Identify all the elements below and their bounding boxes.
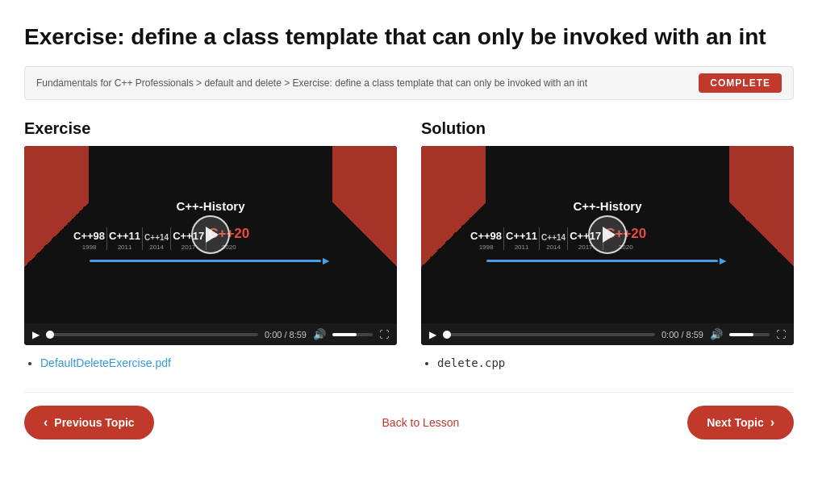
prev-label: Previous Topic: [54, 416, 134, 429]
solution-history-title: C++-History: [421, 199, 794, 213]
sep1: [106, 227, 107, 250]
complete-badge: COMPLETE: [699, 73, 782, 93]
sol-ver-cpp14: C++14: [541, 233, 566, 242]
exercise-section: Exercise C++-History C++98 1998: [24, 119, 397, 373]
breadcrumb: Fundamentals for C++ Professionals > def…: [36, 77, 587, 89]
exercise-file-item: DefaultDeleteExercise.pdf: [40, 356, 397, 369]
solution-fullscreen-icon[interactable]: ⛶: [776, 329, 786, 340]
solution-controls: ▶ 0:00 / 8:59 🔊 ⛶: [421, 323, 794, 345]
sol-sep3: [567, 227, 568, 250]
exercise-controls: ▶ 0:00 / 8:59 🔊 ⛶: [24, 323, 397, 345]
next-chevron-icon: ›: [770, 415, 774, 430]
next-label: Next Topic: [707, 416, 764, 429]
solution-play-button[interactable]: [588, 215, 627, 254]
exercise-fullscreen-icon[interactable]: ⛶: [379, 329, 389, 340]
prev-chevron-icon: ‹: [44, 415, 48, 430]
solution-progress-bar[interactable]: [443, 333, 655, 336]
solution-time: 0:00 / 8:59: [661, 330, 703, 339]
exercise-progress-bar[interactable]: [46, 333, 258, 336]
ver-cpp98: C++98: [73, 230, 105, 242]
solution-volume-bar[interactable]: [729, 333, 770, 336]
exercise-file-link[interactable]: DefaultDeleteExercise.pdf: [40, 356, 171, 369]
prev-topic-button[interactable]: ‹ Previous Topic: [24, 406, 154, 439]
solution-file-item: delete.cpp: [437, 356, 794, 369]
solution-progress-dot: [443, 331, 451, 339]
bottom-nav: ‹ Previous Topic Back to Lesson Next Top…: [24, 392, 794, 448]
sol-ver-cpp11: C++11: [506, 230, 537, 242]
exercise-play-icon[interactable]: ▶: [32, 329, 40, 340]
exercise-time: 0:00 / 8:59: [265, 330, 307, 339]
sol-ver-cpp98: C++98: [470, 230, 502, 242]
sep3: [170, 227, 171, 250]
exercise-volume-bar[interactable]: [332, 333, 373, 336]
solution-section: Solution C++-History C++98 1998: [421, 119, 794, 373]
solution-play-icon[interactable]: ▶: [429, 329, 436, 340]
solution-file-label: delete.cpp: [437, 356, 505, 369]
page-title: Exercise: define a class template that c…: [24, 23, 794, 52]
exercise-history-title: C++-History: [24, 199, 397, 213]
solution-title: Solution: [421, 119, 794, 138]
breadcrumb-bar: Fundamentals for C++ Professionals > def…: [24, 66, 794, 100]
solution-thumbnail[interactable]: C++-History C++98 1998 C++11: [421, 146, 794, 323]
sol-sep2: [539, 227, 540, 250]
exercise-play-button[interactable]: [191, 215, 230, 254]
solution-video: C++-History C++98 1998 C++11: [421, 146, 794, 345]
next-topic-button[interactable]: Next Topic ›: [687, 406, 794, 439]
exercise-progress-dot: [46, 331, 54, 339]
exercise-volume-icon[interactable]: 🔊: [313, 328, 326, 340]
solution-volume-fill: [729, 333, 753, 336]
ver-cpp14: C++14: [144, 233, 169, 242]
solution-volume-icon[interactable]: 🔊: [710, 328, 723, 340]
sep2: [142, 227, 143, 250]
ver-cpp11: C++11: [109, 230, 140, 242]
exercise-volume-fill: [332, 333, 357, 336]
back-to-lesson-link[interactable]: Back to Lesson: [382, 416, 460, 429]
exercise-thumbnail[interactable]: C++-History C++98 1998: [24, 146, 397, 323]
exercise-title: Exercise: [24, 119, 397, 138]
exercise-file-list: DefaultDeleteExercise.pdf: [24, 356, 397, 369]
solution-file-list: delete.cpp: [421, 356, 794, 369]
content-grid: Exercise C++-History C++98 1998: [24, 119, 794, 373]
exercise-video: C++-History C++98 1998: [24, 146, 397, 345]
sol-sep1: [503, 227, 504, 250]
